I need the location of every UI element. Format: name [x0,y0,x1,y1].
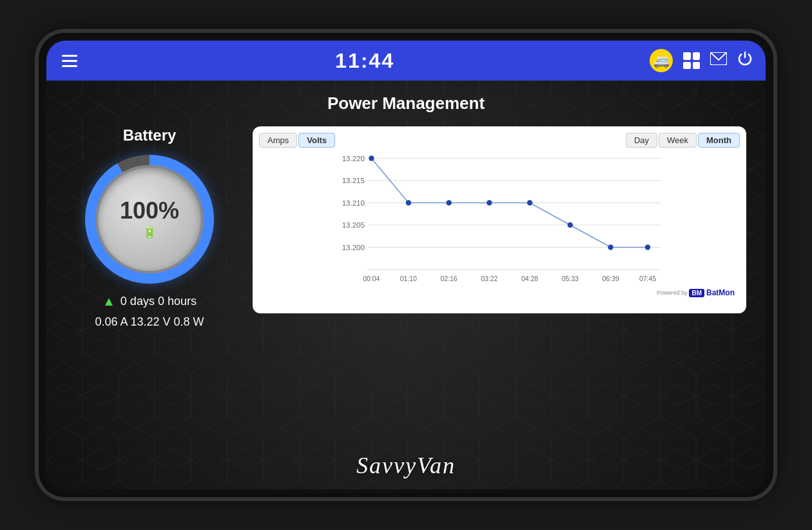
main-content: Power Management Battery 100% 🔋 [46,81,766,342]
chart-area: 13.220 13.215 13.210 13.205 13.200 00:04… [259,152,740,300]
battery-small-icon: 🔋 [142,225,157,239]
svg-text:05:33: 05:33 [562,275,579,282]
svg-text:02:16: 02:16 [441,275,458,282]
avatar-emoji: 🚐 [653,53,670,68]
brand-name: SavvyVan [356,453,456,478]
battery-section: Battery 100% 🔋 ▲ 0 days 0 hours [66,126,233,329]
mail-icon[interactable] [710,52,727,69]
grid-cell-1 [683,52,691,60]
battery-label: Battery [123,126,177,144]
battery-uptime: 0 days 0 hours [121,295,197,308]
svg-point-26 [608,244,613,250]
content-area: Battery 100% 🔋 ▲ 0 days 0 hours [66,126,746,329]
chart-time-tabs: Day Week Month [626,133,740,148]
chart-section: Amps Volts Day Week Month [253,126,746,313]
powered-by-text: Powered by [657,290,688,296]
chart-tabs: Amps Volts Day Week Month [259,133,740,148]
svg-point-20 [369,155,374,161]
hamburger-line-1 [62,55,77,57]
grid-cell-3 [683,62,691,70]
svg-text:03:22: 03:22 [481,275,498,282]
gauge-inner: 100% 🔋 [98,168,201,271]
bm-badge: BM [689,289,704,297]
device-frame: 11:44 🚐 [39,33,773,497]
apps-grid-icon[interactable] [683,52,700,69]
hamburger-menu-button[interactable] [59,52,80,70]
batmon-text: BatMon [706,288,735,297]
header-right: 🚐 [650,49,753,72]
gauge-percent: 100% [120,199,179,222]
hamburger-line-2 [62,60,77,62]
tab-month[interactable]: Month [698,133,740,148]
svg-text:13.205: 13.205 [342,221,365,229]
svg-text:04:28: 04:28 [521,275,538,282]
svg-text:13.220: 13.220 [342,155,365,162]
header-bar: 11:44 🚐 [46,41,766,81]
battery-gauge: 100% 🔋 [85,155,214,284]
device-screen: 11:44 🚐 [46,41,766,489]
svg-point-27 [645,244,650,250]
status-arrow-up-icon: ▲ [102,294,115,309]
grid-cell-2 [693,52,701,60]
chart-svg: 13.220 13.215 13.210 13.205 13.200 00:04… [259,152,740,300]
tab-day[interactable]: Day [626,133,657,148]
svg-text:06:39: 06:39 [602,275,619,282]
header-left [59,52,80,70]
tab-week[interactable]: Week [659,133,697,148]
page-title: Power Management [66,93,746,113]
avatar-icon[interactable]: 🚐 [650,49,673,72]
svg-point-21 [406,200,411,205]
svg-text:07:45: 07:45 [639,275,656,282]
battery-status: ▲ 0 days 0 hours [102,294,197,309]
power-icon[interactable] [737,51,753,70]
svg-text:13.210: 13.210 [342,199,365,207]
brand-footer: SavvyVan [356,452,456,479]
svg-point-24 [527,200,532,205]
svg-text:01:10: 01:10 [400,275,417,282]
batmon-logo: Powered by BM BatMon [657,288,735,297]
svg-text:13.215: 13.215 [342,177,365,184]
hamburger-line-3 [62,65,77,67]
gauge-ring: 100% 🔋 [85,155,214,284]
svg-point-25 [568,222,573,228]
svg-text:00:04: 00:04 [363,275,380,282]
svg-text:13.200: 13.200 [342,244,365,251]
chart-type-tabs: Amps Volts [259,133,335,148]
svg-point-22 [446,200,451,205]
tab-amps[interactable]: Amps [259,133,297,148]
grid-cell-4 [693,62,701,70]
battery-stats: 0.06 A 13.22 V 0.8 W [95,315,204,329]
svg-point-23 [487,200,492,205]
clock-display: 11:44 [335,49,394,73]
tab-volts[interactable]: Volts [298,133,335,148]
